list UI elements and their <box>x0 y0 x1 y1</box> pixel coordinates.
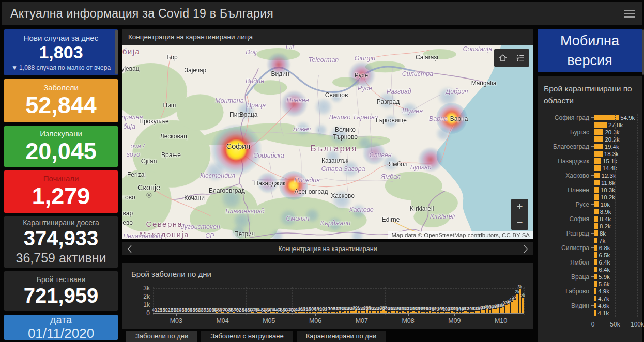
region-row: 6.4k <box>544 266 636 273</box>
region-bar <box>594 238 597 243</box>
daily-bar <box>180 313 182 313</box>
mobile-version-button[interactable]: Мобилна версия <box>538 29 642 72</box>
region-row: 8.2k <box>544 223 636 230</box>
map-home-button[interactable] <box>494 49 512 67</box>
daily-bar <box>483 310 485 313</box>
stat-card-label: Карантинирани досега <box>23 219 99 227</box>
stat-card-recovered: Излекувани20,045 <box>4 126 118 167</box>
daily-bar <box>415 312 417 313</box>
region-row: 4.1k <box>544 309 636 317</box>
map-panel: Концентрация на карантинирани лица <box>122 29 533 255</box>
region-bar <box>594 216 598 222</box>
daily-bar <box>421 312 423 313</box>
carousel-next-icon[interactable] <box>518 245 533 253</box>
daily-bar <box>407 311 409 313</box>
stat-card-label: Излекувани <box>40 129 82 138</box>
daily-bar <box>339 311 341 313</box>
daily-bar <box>352 311 355 313</box>
map-zoom-control: + − <box>511 199 528 230</box>
dashboard-root: Актуална информация за Covid 19 в Българ… <box>0 0 644 342</box>
region-row: 7k <box>544 237 636 244</box>
daily-bar <box>293 313 295 313</box>
stat-card-label: Заболели <box>43 83 79 92</box>
zoom-in-button[interactable]: + <box>511 199 528 214</box>
daily-bar <box>344 311 346 313</box>
daily-bar <box>434 312 436 313</box>
stat-card-value: 1,279 <box>32 183 90 209</box>
daily-bar <box>440 312 442 313</box>
region-row: Плевен10.3k <box>544 186 636 194</box>
daily-bar <box>380 311 382 313</box>
region-row: 6.5k <box>544 252 636 259</box>
left-column-scrollbar[interactable] <box>115 30 118 74</box>
stat-card-label: Брой тествани <box>37 275 86 284</box>
daily-bar <box>197 313 199 313</box>
region-row: 5.6k <box>544 281 636 288</box>
daily-bar <box>200 313 202 313</box>
daily-bar <box>303 312 305 313</box>
region-row: 4.7k <box>544 295 636 302</box>
map-canvas[interactable]: бијаујевацБорЗајечартралнабијаНишПрокупљ… <box>122 45 533 239</box>
hamburger-menu-icon[interactable] <box>624 10 635 19</box>
region-row: Бургас20.3k <box>544 129 636 136</box>
daily-bar <box>399 312 401 313</box>
region-row: Благоевград19.4k <box>544 143 636 150</box>
daily-bar <box>186 313 188 313</box>
daily-bar <box>183 313 185 313</box>
daily-bar <box>467 312 469 313</box>
stat-card-value: 52,844 <box>25 92 97 118</box>
region-bar <box>594 281 597 287</box>
region-row: Разград8k <box>544 230 636 237</box>
region-row: 18.3k <box>544 150 636 158</box>
region-row: 27.8k <box>544 121 636 129</box>
daily-bar <box>159 313 161 313</box>
daily-bar <box>445 312 447 313</box>
daily-bar <box>224 313 226 313</box>
region-row: 14.4k <box>544 165 636 172</box>
daily-cases-chart: 01k2k3kM03M04M05M06M07M08M09M10401225183… <box>153 288 524 314</box>
tab-2[interactable]: Заболели с натрупване <box>201 331 293 342</box>
daily-bar <box>350 311 352 313</box>
daily-bar <box>249 313 251 313</box>
region-bar <box>594 165 601 171</box>
stat-card-label: Починали <box>43 174 79 183</box>
region-row: Силистра6.8k <box>544 244 636 252</box>
tab-3[interactable]: Карантинирани по дни <box>297 331 386 342</box>
daily-bar <box>328 312 330 313</box>
daily-bar <box>170 313 172 313</box>
page-title: Актуална информация за Covid 19 в Българ… <box>2 2 642 25</box>
daily-bar <box>273 312 275 313</box>
daily-bar <box>189 313 191 313</box>
region-bar <box>594 209 599 214</box>
carousel-prev-icon[interactable] <box>122 245 137 253</box>
daily-bar <box>208 313 210 313</box>
daily-bar <box>505 305 507 313</box>
stats-column: Нови случаи за днес1,803▼ 1,088 случая п… <box>4 29 118 342</box>
daily-bar <box>489 310 491 313</box>
daily-bar <box>254 313 256 313</box>
daily-bar <box>369 311 371 313</box>
region-row: София-град54.9k <box>544 114 636 121</box>
daily-bar <box>410 312 412 313</box>
map-carousel-bar: Концентрация на карантинирани <box>122 242 533 255</box>
region-row: 20.2k <box>544 136 636 143</box>
daily-bar <box>522 298 524 313</box>
region-row: Габрово4.9k <box>544 288 636 295</box>
map-basemap <box>122 45 533 239</box>
daily-bar <box>156 313 158 313</box>
stat-card-value: 374,933 <box>24 227 99 250</box>
region-row: 11.6k <box>544 179 636 186</box>
daily-bar <box>323 312 325 313</box>
stat-card-label: дата <box>50 314 72 326</box>
zoom-out-button[interactable]: − <box>511 214 528 230</box>
stat-card-subtext: 36,759 активни <box>16 251 106 266</box>
region-bar <box>594 288 596 294</box>
region-row: Видин4.6k <box>544 302 636 309</box>
daily-bar <box>453 312 455 313</box>
daily-bar <box>178 313 180 313</box>
daily-bar <box>377 311 379 313</box>
daily-bar <box>191 313 193 313</box>
daily-bar <box>298 312 300 313</box>
tab-1[interactable]: Заболели по дни <box>126 331 197 342</box>
map-legend-button[interactable] <box>512 49 529 67</box>
